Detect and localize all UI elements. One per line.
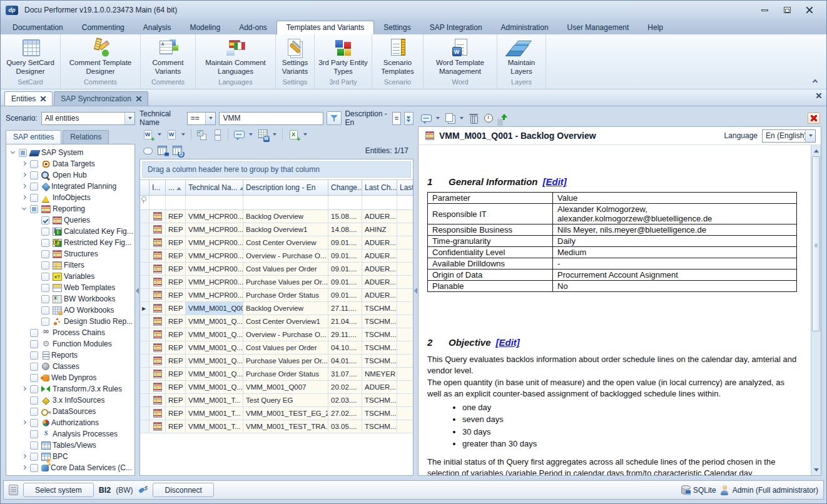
tree-expand-icon[interactable] — [20, 181, 29, 191]
menu-item[interactable]: SAP Integration — [420, 21, 492, 34]
tree-item[interactable]: Reporting — [8, 203, 133, 214]
filter-cell[interactable] — [150, 196, 166, 209]
tree-item[interactable]: Structures — [8, 248, 133, 260]
tree-item[interactable]: Web Templates — [8, 282, 133, 293]
cell-description[interactable]: Cost Values per Order — [243, 263, 328, 275]
filter-cell[interactable] — [243, 196, 328, 209]
ribbon-button[interactable]: Maintain Layers Layers — [497, 34, 546, 89]
tree-checkbox[interactable] — [30, 396, 38, 405]
tabstrip-close-icon[interactable] — [816, 93, 821, 98]
tree-expand-icon[interactable] — [20, 406, 29, 416]
tree-checkbox[interactable] — [30, 329, 38, 337]
table-row[interactable]: REP VMM_HCPR00... Backlog Overview 15.08… — [140, 210, 413, 223]
table-row[interactable]: REP VMM_HCPR00... Cost Values per Order … — [140, 263, 413, 276]
cell-description[interactable]: Backlog Overview — [243, 302, 328, 315]
language-combobox[interactable]: En (English) — [762, 129, 816, 143]
cell-description[interactable]: VMM_M001_TEST_EG_2 — [243, 407, 328, 420]
tree-expand-icon[interactable] — [20, 339, 29, 349]
tree-expand-icon[interactable] — [31, 215, 40, 225]
edit-link[interactable]: [Edit] — [543, 176, 567, 187]
table-row[interactable]: REP VMM_HCPR00... Overview - Purchase O.… — [140, 249, 413, 263]
tree-item[interactable]: SAP System — [8, 147, 133, 158]
ribbon-button[interactable]: Scenario Templates Scenario — [372, 34, 424, 89]
tree-item[interactable]: Core Data Services (C... — [8, 462, 133, 473]
cell-technical-name[interactable]: VMM_M001_Q... — [186, 341, 243, 354]
splitter-collapse-icon[interactable] — [414, 288, 417, 294]
menu-item[interactable]: Add-ons — [230, 21, 277, 34]
tree-checkbox[interactable] — [41, 295, 49, 303]
doc-comment-button[interactable] — [419, 111, 433, 125]
open-word-dropdown[interactable] — [180, 128, 187, 141]
tree-item[interactable]: 3.x InfoSources — [8, 395, 133, 406]
tree-expand-icon[interactable] — [9, 148, 18, 158]
tree-item[interactable]: Restricted Key Fig... — [8, 237, 133, 248]
cell-technical-name[interactable]: VMM_HCPR00... — [186, 223, 243, 236]
tree-expand-icon[interactable] — [20, 451, 29, 461]
scenario-combobox[interactable]: All entities — [41, 112, 135, 125]
collapse-ribbon-button[interactable] — [810, 76, 820, 85]
tree-expand-icon[interactable] — [20, 395, 29, 405]
doc-history-button[interactable] — [482, 111, 495, 125]
cell-description[interactable]: Backlog Overview1 — [243, 223, 328, 236]
cell-description[interactable]: VMM_M001_TEST_TRA... — [243, 420, 328, 433]
document-tab[interactable]: SAP Synchronization — [54, 91, 148, 106]
menu-item[interactable]: Analysis — [134, 21, 181, 34]
tree-item[interactable]: Variables — [8, 271, 133, 282]
left-tab[interactable]: SAP entities — [6, 130, 61, 144]
table-row[interactable]: REP VMM_M001_Q... Cost Center Overview1 … — [140, 315, 413, 328]
cell-technical-name[interactable]: VMM_M001_Q... — [186, 368, 243, 380]
tree-expand-icon[interactable] — [20, 361, 29, 371]
tree-item[interactable]: Transform./3.x Rules — [8, 383, 133, 395]
show-comments-button[interactable] — [141, 144, 155, 158]
tree-checkbox[interactable] — [41, 216, 49, 224]
excel-export-button[interactable] — [287, 128, 300, 141]
minimize-button[interactable] — [758, 6, 771, 14]
tree-expand-icon[interactable] — [31, 305, 40, 315]
tree-item[interactable]: Calculated Key Fig... — [8, 226, 133, 237]
ribbon-button[interactable]: Settings Variants Settings — [276, 34, 315, 89]
cell-description[interactable]: Test Query EG — [243, 394, 328, 406]
ribbon-button[interactable]: Comment Template Designer Comments — [61, 34, 141, 89]
tree-item[interactable]: DataSources — [8, 406, 133, 417]
ribbon-button[interactable]: 3rd Party Entity Types 3rd Party — [315, 34, 372, 89]
add-comment-button[interactable] — [232, 128, 246, 141]
tree-expand-icon[interactable] — [31, 238, 40, 248]
cell-description[interactable]: VMM_M001_Q007 — [243, 381, 328, 393]
cell-description[interactable]: Purchase Values per Or... — [243, 355, 328, 367]
technical-name-input[interactable] — [219, 112, 323, 125]
table-row[interactable]: REP VMM_M001_T... VMM_M001_TEST_EG_2 27.… — [140, 407, 413, 420]
save-grid-layout-button[interactable] — [156, 144, 170, 158]
tree-checkbox[interactable] — [41, 318, 49, 326]
tree-expand-icon[interactable] — [31, 294, 40, 304]
cell-technical-name[interactable]: VMM_M001_T... — [186, 394, 243, 406]
doc-upload-button[interactable] — [497, 111, 510, 125]
layout-button[interactable] — [210, 128, 224, 141]
menu-item[interactable]: Templates and Variants — [277, 21, 375, 34]
tree-checkbox[interactable] — [41, 284, 49, 292]
cell-technical-name[interactable]: VMM_M001_Q... — [186, 328, 243, 341]
tree-expand-icon[interactable] — [31, 271, 40, 281]
tree-item[interactable]: Tables/Views — [8, 440, 133, 451]
menu-item[interactable]: Administration — [492, 21, 558, 34]
filter-cell[interactable] — [362, 196, 397, 209]
tree-expand-icon[interactable] — [20, 170, 29, 180]
document-tab[interactable]: Entities — [4, 91, 53, 106]
doc-copy-dropdown[interactable] — [458, 111, 465, 125]
tree-item[interactable]: Classes — [8, 361, 133, 372]
cell-description[interactable]: Backlog Overview — [243, 210, 328, 223]
tree-item[interactable]: BW Workbooks — [8, 293, 133, 305]
close-button[interactable] — [803, 6, 816, 14]
grid-column-header[interactable]: Last Ch... — [362, 180, 397, 195]
filter-cell[interactable] — [328, 196, 362, 209]
tree-item[interactable]: BPC — [8, 451, 133, 462]
generate-word-dropdown[interactable] — [156, 128, 163, 141]
tree-expand-icon[interactable] — [20, 328, 29, 338]
check-entities-button[interactable] — [195, 128, 209, 141]
description-operator-box[interactable]: = — [392, 112, 401, 125]
word-table-dropdown[interactable] — [271, 128, 278, 141]
filter-cell[interactable] — [166, 196, 186, 209]
left-splitter[interactable] — [135, 110, 140, 476]
cell-technical-name[interactable]: VMM_HCPR00... — [186, 249, 243, 262]
tree-expand-icon[interactable] — [31, 260, 40, 270]
table-row[interactable]: REP VMM_M001_Q... Purchase Values per Or… — [140, 355, 413, 368]
